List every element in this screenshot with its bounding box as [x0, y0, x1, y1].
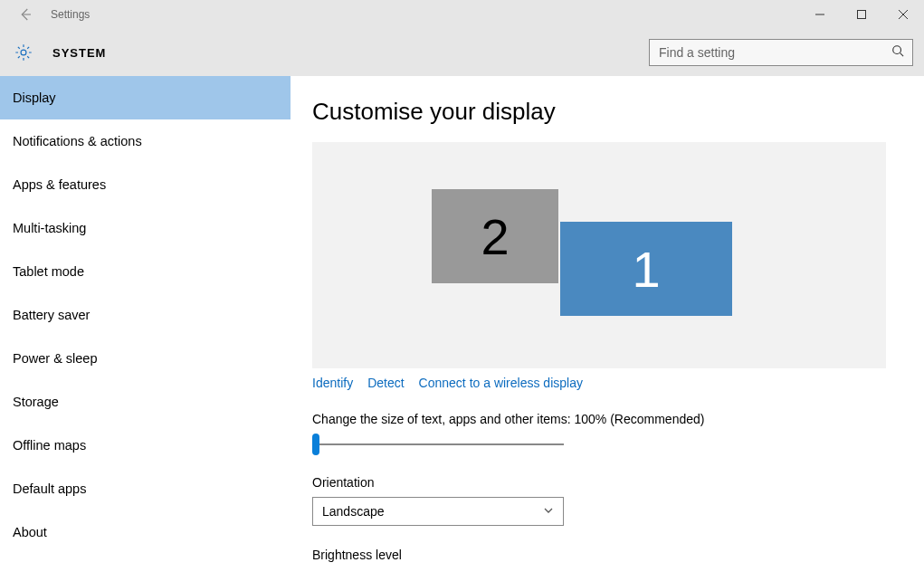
sidebar-item-label: Offline maps [13, 438, 86, 453]
sidebar-item-multitasking[interactable]: Multi-tasking [0, 206, 291, 250]
search-wrap [649, 39, 913, 66]
sidebar-item-label: Default apps [13, 481, 86, 496]
sidebar-item-about[interactable]: About [0, 510, 291, 554]
slider-track [312, 443, 564, 445]
identify-link[interactable]: Identify [312, 376, 353, 390]
back-button[interactable] [11, 0, 40, 29]
sidebar: Display Notifications & actions Apps & f… [0, 76, 291, 572]
window-title: Settings [51, 8, 90, 21]
maximize-icon [857, 10, 866, 19]
sidebar-item-label: Display [13, 91, 56, 105]
minimize-button[interactable] [799, 0, 841, 29]
close-icon [899, 10, 908, 19]
svg-rect-0 [858, 11, 866, 19]
page-heading: Customise your display [312, 98, 886, 126]
monitor-label: 2 [481, 207, 509, 266]
close-button[interactable] [882, 0, 924, 29]
window-controls [799, 0, 924, 29]
sidebar-item-offline-maps[interactable]: Offline maps [0, 424, 291, 467]
scale-slider[interactable] [312, 435, 564, 453]
sidebar-item-label: About [13, 525, 47, 539]
sidebar-item-apps[interactable]: Apps & features [0, 163, 291, 206]
header: SYSTEM [0, 29, 924, 76]
monitor-2[interactable]: 2 [432, 189, 558, 283]
maximize-button[interactable] [841, 0, 882, 29]
connect-wireless-link[interactable]: Connect to a wireless display [419, 376, 583, 390]
display-links: Identify Detect Connect to a wireless di… [312, 376, 886, 390]
svg-point-1 [21, 50, 26, 55]
settings-gear-icon [11, 40, 36, 65]
sidebar-item-label: Multi-tasking [13, 221, 86, 235]
scale-label: Change the size of text, apps and other … [312, 412, 886, 426]
arrow-left-icon [17, 6, 33, 23]
header-title: SYSTEM [52, 46, 106, 60]
orientation-label: Orientation [312, 475, 886, 490]
sidebar-item-label: Power & sleep [13, 351, 98, 366]
slider-thumb[interactable] [312, 434, 319, 455]
sidebar-item-storage[interactable]: Storage [0, 380, 291, 424]
brightness-label: Brightness level [312, 548, 886, 562]
search-input[interactable] [649, 39, 913, 66]
chevron-down-icon [543, 504, 554, 519]
svg-point-2 [893, 46, 901, 54]
main-content: Customise your display 2 1 Identify Dete… [291, 76, 924, 572]
orientation-value: Landscape [322, 504, 385, 519]
search-icon [891, 44, 904, 61]
sidebar-item-battery-saver[interactable]: Battery saver [0, 293, 291, 337]
sidebar-item-default-apps[interactable]: Default apps [0, 467, 291, 510]
sidebar-item-notifications[interactable]: Notifications & actions [0, 119, 291, 163]
sidebar-item-label: Notifications & actions [13, 134, 142, 148]
sidebar-item-label: Tablet mode [13, 264, 84, 279]
minimize-icon [815, 10, 824, 19]
monitor-arrangement[interactable]: 2 1 [312, 142, 886, 368]
detect-link[interactable]: Detect [367, 376, 404, 390]
sidebar-item-display[interactable]: Display [0, 76, 291, 119]
orientation-select[interactable]: Landscape [312, 497, 564, 526]
sidebar-item-tablet-mode[interactable]: Tablet mode [0, 250, 291, 293]
sidebar-item-label: Storage [13, 395, 59, 409]
body: Display Notifications & actions Apps & f… [0, 76, 924, 572]
monitor-1[interactable]: 1 [560, 222, 732, 316]
monitor-label: 1 [632, 240, 660, 299]
sidebar-item-label: Battery saver [13, 308, 90, 322]
title-bar: Settings [0, 0, 924, 29]
sidebar-item-label: Apps & features [13, 177, 106, 192]
sidebar-item-power-sleep[interactable]: Power & sleep [0, 337, 291, 380]
